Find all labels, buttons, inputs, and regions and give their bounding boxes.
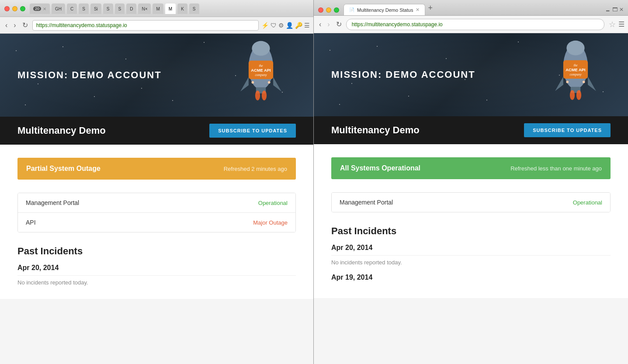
tab-badge: 20 bbox=[33, 7, 41, 11]
tab-label: Multitenancy Demo Status bbox=[357, 7, 413, 13]
left-incident-note: No incidents reported today. bbox=[17, 275, 296, 286]
menu-icon[interactable]: ☰ bbox=[304, 22, 310, 29]
right-main-area: All Systems Operational Refreshed less t… bbox=[314, 144, 628, 298]
chrome-minimize-icon[interactable]: 🗕 bbox=[605, 7, 611, 13]
tab-si[interactable]: Si bbox=[90, 3, 101, 14]
left-incident-date: Apr 20, 2014 bbox=[17, 264, 296, 272]
tab-bar: 20 ✕ GH C S Si S S D N× M M K S bbox=[30, 3, 309, 14]
right-refresh-button[interactable]: ↻ bbox=[334, 19, 343, 29]
star-icon[interactable]: ☆ bbox=[609, 20, 616, 29]
table-row: API Major Outage bbox=[18, 213, 295, 232]
tab-nx[interactable]: N× bbox=[138, 3, 151, 14]
table-row: Management Portal Operational bbox=[18, 193, 295, 213]
right-address-bar[interactable]: https://multitenancydemo.statuspage.io bbox=[346, 19, 604, 30]
right-maximize-button[interactable] bbox=[334, 7, 339, 13]
right-status-text: All Systems Operational bbox=[340, 164, 420, 172]
service-name: Management Portal bbox=[340, 199, 393, 206]
svg-point-1 bbox=[252, 41, 270, 56]
back-button[interactable]: ‹ bbox=[3, 21, 9, 30]
right-forward-button[interactable]: › bbox=[326, 20, 331, 29]
svg-text:ACME API: ACME API bbox=[566, 68, 585, 72]
svg-point-25 bbox=[576, 90, 581, 100]
right-url-text: https://multitenancydemo.statuspage.io bbox=[352, 21, 443, 28]
chrome-menu-icon[interactable]: ☰ bbox=[618, 20, 625, 28]
address-bar[interactable]: https://multitenancydemo.statuspage.io bbox=[32, 20, 259, 31]
rocket-illustration: the ACME API company bbox=[235, 38, 287, 105]
maximize-button[interactable] bbox=[20, 6, 25, 11]
svg-text:the: the bbox=[259, 64, 263, 68]
table-row: Management Portal Operational bbox=[332, 193, 610, 212]
left-nav-bar: ‹ › ↻ https://multitenancydemo.statuspag… bbox=[0, 17, 313, 34]
right-browser-window: 📄 Multitenancy Demo Status ✕ + 🗕 🗖 ✕ ‹ ›… bbox=[314, 0, 628, 364]
left-status-bar: Multitenancy Demo SUBSCRIBE TO UPDATES bbox=[0, 117, 313, 145]
svg-marker-20 bbox=[588, 76, 596, 91]
right-page-content: MISSION: DEMO ACCOUNT the ACME API compa… bbox=[314, 33, 628, 364]
close-button[interactable] bbox=[4, 6, 10, 11]
right-refresh-text: Refreshed less than one minute ago bbox=[510, 165, 602, 172]
right-incident-note-1: No incidents reported today. bbox=[331, 255, 611, 266]
left-subscribe-button[interactable]: SUBSCRIBE TO UPDATES bbox=[209, 124, 296, 138]
tab-s2[interactable]: S bbox=[103, 3, 113, 14]
svg-text:ACME API: ACME API bbox=[251, 68, 271, 73]
right-status-banner: All Systems Operational Refreshed less t… bbox=[331, 157, 611, 179]
right-tab-active[interactable]: 📄 Multitenancy Demo Status ✕ bbox=[343, 4, 425, 15]
service-name: API bbox=[26, 219, 36, 226]
left-hero: MISSION: DEMO ACCOUNT the ACME API compa… bbox=[0, 34, 313, 117]
extension-icon-1[interactable]: ⚡ bbox=[261, 22, 269, 29]
svg-point-11 bbox=[255, 90, 260, 101]
right-rocket-illustration: the ACME API company bbox=[549, 38, 602, 105]
tab-m1[interactable]: M bbox=[153, 3, 163, 14]
tab-favicon: 📄 bbox=[349, 7, 354, 12]
right-past-incidents-title: Past Incidents bbox=[331, 225, 611, 237]
tab-gh[interactable]: GH bbox=[52, 3, 65, 14]
right-minimize-button[interactable] bbox=[326, 7, 331, 13]
svg-point-24 bbox=[570, 90, 575, 100]
right-hero-content: MISSION: DEMO ACCOUNT the ACME API compa… bbox=[314, 60, 628, 89]
extension-icon-4[interactable]: 🔑 bbox=[295, 22, 302, 29]
tab-mail[interactable]: 20 ✕ bbox=[30, 3, 50, 14]
forward-button[interactable]: › bbox=[12, 21, 17, 30]
left-window-controls bbox=[4, 6, 25, 11]
svg-point-14 bbox=[566, 41, 584, 55]
svg-marker-6 bbox=[240, 77, 249, 91]
right-close-button[interactable] bbox=[318, 7, 323, 13]
svg-text:company: company bbox=[569, 73, 582, 76]
right-incident-date-1: Apr 20, 2014 bbox=[331, 244, 611, 252]
svg-point-22 bbox=[566, 81, 569, 83]
tab-close[interactable]: ✕ bbox=[43, 7, 46, 11]
left-refresh-text: Refreshed 2 minutes ago bbox=[224, 166, 287, 172]
chrome-restore-icon[interactable]: 🗖 bbox=[612, 7, 618, 13]
right-subscribe-button[interactable]: SUBSCRIBE TO UPDATES bbox=[524, 123, 611, 137]
tab-k[interactable]: K bbox=[177, 3, 187, 14]
extension-icon-3[interactable]: 👤 bbox=[286, 22, 293, 29]
settings-icon[interactable]: ⚙ bbox=[278, 22, 284, 29]
left-page-title: Multitenancy Demo bbox=[17, 125, 106, 136]
tab-close-icon[interactable]: ✕ bbox=[416, 7, 420, 13]
tab-s3[interactable]: S bbox=[115, 3, 125, 14]
right-incident-date-2: Apr 19, 2014 bbox=[331, 274, 611, 281]
svg-point-23 bbox=[583, 81, 585, 83]
minimize-button[interactable] bbox=[12, 6, 17, 11]
left-browser-window: 20 ✕ GH C S Si S S D N× M M K S ‹ › ↻ ht… bbox=[0, 0, 314, 364]
right-page-title: Multitenancy Demo bbox=[331, 125, 420, 136]
svg-text:the: the bbox=[573, 63, 578, 67]
right-status-bar: Multitenancy Demo SUBSCRIBE TO UPDATES bbox=[314, 116, 628, 144]
left-services-table: Management Portal Operational API Major … bbox=[17, 193, 296, 232]
new-tab-button[interactable]: + bbox=[425, 3, 433, 15]
service-status: Major Outage bbox=[253, 219, 288, 226]
tab-s1[interactable]: S bbox=[79, 3, 89, 14]
right-back-button[interactable]: ‹ bbox=[317, 20, 323, 29]
right-nav-bar: ‹ › ↻ https://multitenancydemo.statuspag… bbox=[314, 16, 628, 33]
tab-s4[interactable]: S bbox=[189, 3, 199, 14]
right-title-bar: 📄 Multitenancy Demo Status ✕ + 🗕 🗖 ✕ bbox=[314, 0, 628, 16]
chrome-close-icon[interactable]: ✕ bbox=[619, 7, 624, 13]
tab-d[interactable]: D bbox=[126, 3, 136, 14]
svg-text:company: company bbox=[255, 73, 267, 77]
extension-icon-2[interactable]: 🛡 bbox=[271, 22, 277, 29]
service-name: Management Portal bbox=[26, 199, 79, 206]
tab-m2-active[interactable]: M bbox=[165, 3, 176, 14]
left-title-bar: 20 ✕ GH C S Si S S D N× M M K S bbox=[0, 0, 313, 17]
tab-c[interactable]: C bbox=[67, 3, 77, 14]
svg-marker-19 bbox=[555, 76, 563, 91]
refresh-button[interactable]: ↻ bbox=[21, 20, 30, 30]
